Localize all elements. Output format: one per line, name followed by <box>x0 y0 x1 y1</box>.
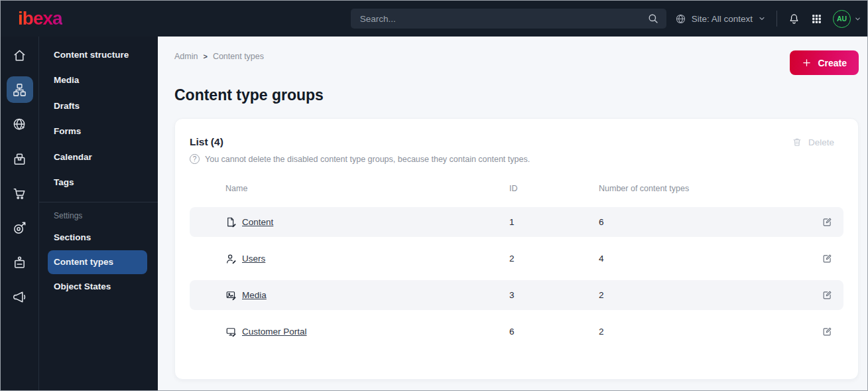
rail-personalization-icon[interactable] <box>7 214 33 241</box>
breadcrumb-admin[interactable]: Admin <box>174 52 198 61</box>
group-count: 2 <box>599 290 817 300</box>
column-header-id: ID <box>509 184 599 193</box>
breadcrumb-separator: > <box>203 52 207 60</box>
card-header: List (4) Delete <box>190 119 843 148</box>
sidebar-item-media[interactable]: Media <box>39 68 158 94</box>
topbar-divider <box>776 11 777 27</box>
column-header-count: Number of content types <box>599 184 817 193</box>
sidebar-item-content-structure[interactable]: Content structure <box>39 42 158 68</box>
help-row: ? You cannot delete the disabled content… <box>190 154 843 164</box>
rail-site-icon[interactable] <box>7 111 33 137</box>
help-icon: ? <box>190 154 200 164</box>
sidebar-item-drafts[interactable]: Drafts <box>39 93 158 119</box>
sidebar-item-sections[interactable]: Sections <box>39 224 158 250</box>
main-header: Admin > Content types Create <box>174 50 859 75</box>
breadcrumb: Admin > Content types <box>174 50 264 61</box>
chevron-down-icon <box>758 15 766 23</box>
table-row: Content 1 6 <box>190 207 843 237</box>
group-count: 4 <box>599 254 817 264</box>
create-button-label: Create <box>818 58 847 68</box>
breadcrumb-current: Content types <box>213 52 264 61</box>
group-count: 6 <box>599 217 817 227</box>
group-name-link[interactable]: Media <box>242 290 267 300</box>
help-text: You cannot delete the disabled content t… <box>205 155 530 164</box>
group-name-link[interactable]: Customer Portal <box>242 327 307 337</box>
list-heading: List (4) <box>190 136 223 148</box>
sidebar-settings-header: Settings <box>39 202 158 224</box>
group-name-link[interactable]: Users <box>242 254 265 264</box>
rail-content-tree-icon[interactable] <box>7 76 33 103</box>
rail-subscriptions-badge-icon[interactable] <box>7 249 33 275</box>
sidebar-item-forms[interactable]: Forms <box>39 119 158 145</box>
page-title: Content type groups <box>174 86 859 104</box>
content-type-groups-table: Name ID Number of content types <box>190 178 843 347</box>
avatar: AU <box>833 10 851 28</box>
group-id: 1 <box>509 217 599 227</box>
top-bar: ibexa Site: All context <box>1 1 867 37</box>
edit-icon[interactable] <box>822 216 833 228</box>
table-row: Users 2 4 <box>190 244 843 274</box>
icon-rail <box>1 37 39 390</box>
edit-icon[interactable] <box>822 326 833 337</box>
trash-icon <box>792 137 802 147</box>
rail-home-icon[interactable] <box>7 42 33 68</box>
rail-commerce-cart-icon[interactable] <box>7 180 33 206</box>
delete-button[interactable]: Delete <box>792 137 843 147</box>
image-icon <box>225 289 237 301</box>
create-button[interactable]: Create <box>790 50 859 75</box>
sidebar-item-tags[interactable]: Tags <box>39 170 158 196</box>
edit-icon[interactable] <box>822 289 833 301</box>
content-file-icon <box>225 216 237 228</box>
globe-icon <box>675 13 686 25</box>
sidebar-item-calendar[interactable]: Calendar <box>39 144 158 170</box>
group-count: 2 <box>599 327 817 337</box>
group-id: 2 <box>509 254 599 264</box>
user-menu[interactable]: AU <box>833 10 861 28</box>
monitor-icon <box>225 326 237 338</box>
table-header-row: Name ID Number of content types <box>190 178 843 199</box>
sidebar-menu: Content structure Media Drafts Forms Cal… <box>39 37 158 390</box>
edit-icon[interactable] <box>822 253 833 264</box>
sidebar-item-content-types[interactable]: Content types <box>48 250 147 274</box>
user-icon <box>225 253 237 265</box>
site-context-selector[interactable]: Site: All context <box>675 13 766 25</box>
app-window: ibexa Site: All context <box>0 0 868 391</box>
search-input[interactable] <box>351 9 666 29</box>
global-search <box>351 9 666 29</box>
rail-product-catalog-icon[interactable] <box>7 145 33 172</box>
main-content: Admin > Content types Create Content typ… <box>158 37 867 390</box>
app-body: Content structure Media Drafts Forms Cal… <box>1 37 867 390</box>
content-type-groups-card: List (4) Delete ? You cannot delete the … <box>174 118 859 380</box>
column-header-name: Name <box>225 184 509 193</box>
search-icon[interactable] <box>647 13 659 25</box>
table-row: Customer Portal 6 2 <box>190 317 843 347</box>
notifications-bell-icon[interactable] <box>788 13 800 25</box>
chevron-down-icon <box>854 15 861 23</box>
plus-icon <box>802 58 812 68</box>
group-name-link[interactable]: Content <box>242 217 273 227</box>
rail-campaigns-megaphone-icon[interactable] <box>7 283 33 310</box>
delete-button-label: Delete <box>808 137 834 147</box>
ibexa-logo[interactable]: ibexa <box>18 8 62 29</box>
sidebar-item-object-states[interactable]: Object States <box>39 274 158 300</box>
app-switcher-grid-icon[interactable] <box>811 13 822 25</box>
group-id: 6 <box>509 327 599 337</box>
site-context-label: Site: All context <box>692 14 753 24</box>
table-row: Media 3 2 <box>190 280 843 310</box>
group-id: 3 <box>509 290 599 300</box>
